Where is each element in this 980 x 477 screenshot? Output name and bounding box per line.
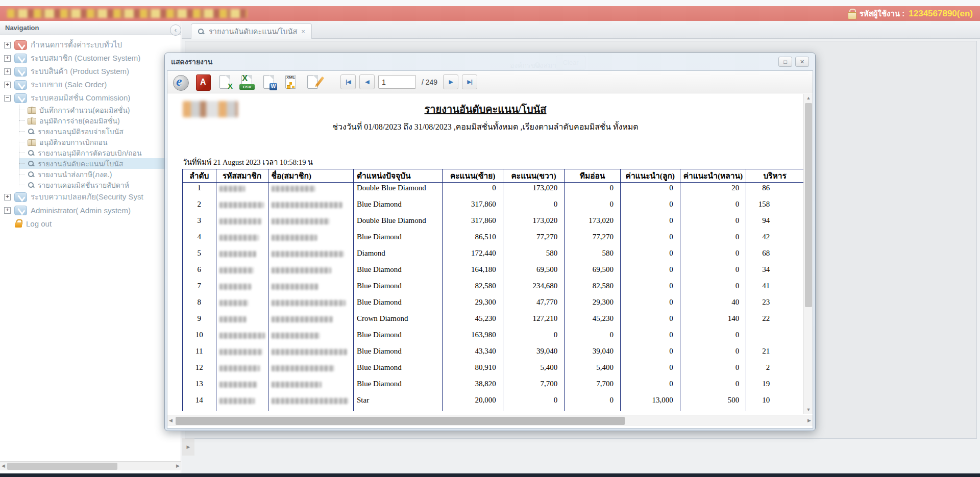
nav-item-0[interactable]: +กำหนดการตั้งค่าระบบทั่วไป [4, 38, 181, 52]
export-excel-button[interactable]: X [216, 74, 234, 90]
expander-toggle-icon[interactable]: − [4, 95, 11, 102]
redaction-blob [219, 218, 261, 224]
export-xml-button[interactable]: XML [282, 74, 300, 90]
report-vertical-scrollbar[interactable]: ▲ ▼ [803, 94, 813, 414]
expander-toggle-icon[interactable]: + [4, 42, 11, 48]
redaction-blob [219, 186, 245, 192]
nav-item-label: กำหนดการตั้งค่าระบบทั่วไป [31, 39, 122, 51]
next-page-button[interactable]: ▶ [443, 74, 458, 89]
maximize-icon[interactable]: □ [778, 57, 792, 67]
value-cell-2: 5,400 [564, 362, 620, 379]
scroll-left-icon[interactable]: ◀ [2, 463, 5, 468]
management-cell [746, 330, 803, 346]
nav-subitem-3[interactable]: อนุมัติรอบการเบิกถอน [19, 137, 181, 147]
nav-subitem-2[interactable]: รายงานอนุมัติรอบจ่ายโบนัส [19, 126, 181, 137]
export-pdf-button[interactable] [194, 74, 212, 90]
scroll-left-icon[interactable]: ◀ [169, 418, 173, 423]
rank-cell: 8 [182, 297, 216, 313]
redaction-blob [219, 333, 265, 339]
nav-subitem-label: รายงานคอมมิสชั่นรายสัปดาห์ [38, 180, 129, 191]
nav-item-1[interactable]: +ระบบสมาชิก (Customer System) [4, 52, 181, 65]
csv-x-glyph: X [242, 73, 248, 84]
redaction-blob [272, 284, 318, 290]
value-cell-4: 0 [680, 232, 746, 248]
content-scroll-stub[interactable]: ▶ [182, 438, 194, 456]
hscrollbar-thumb[interactable] [176, 417, 625, 425]
rank-cell: 11 [182, 346, 216, 362]
value-cell-3: 0 [620, 232, 680, 248]
position-cell: Star [353, 395, 442, 411]
value-cell-3: 0 [620, 215, 680, 232]
value-cell-3: 0 [620, 379, 680, 395]
report-toolbar: XXCSVWXML |◀ ◀ / 249 ▶ ▶| [167, 71, 813, 93]
search-icon [28, 160, 35, 167]
collapse-nav-button[interactable]: ‹ [170, 24, 181, 36]
redaction-blob [272, 251, 344, 257]
management-value: 86 [749, 184, 770, 192]
tab-report-ranking[interactable]: รายงานอันดับคะแนน/โบนัส × [191, 23, 312, 39]
management-value: 21 [749, 347, 770, 356]
first-page-button[interactable]: |◀ [340, 74, 356, 89]
value-cell-3: 0 [620, 264, 680, 281]
print-preview-button[interactable] [173, 74, 190, 90]
nav-item-7[interactable]: +Log out [4, 217, 181, 230]
word-w-glyph: W [270, 83, 277, 90]
nav-subitem-label: บันทึกการคำนวน(คอมมิสชั่น) [39, 105, 130, 116]
module-icon [14, 54, 27, 63]
nav-horizontal-scrollbar[interactable]: ◀ ▶ [0, 461, 181, 470]
export-word-button[interactable]: W [260, 74, 278, 90]
close-icon[interactable]: ✕ [795, 57, 809, 67]
value-cell-4: 0 [680, 199, 746, 215]
expander-toggle-icon[interactable]: + [4, 68, 11, 75]
expander-toggle-icon[interactable]: + [4, 82, 11, 88]
management-cell: 34 [746, 264, 803, 281]
value-cell-3: 13,000 [620, 395, 680, 411]
report-viewer-window: แสดงรายงาน □ ✕ XXCSVWXML |◀ ◀ / 249 ▶ ▶|… [164, 53, 816, 431]
prev-page-button[interactable]: ◀ [359, 74, 375, 89]
window-titlebar[interactable]: แสดงรายงาน □ ✕ [165, 53, 815, 70]
nav-subitem-label: รายงานอนุมัติรอบจ่ายโบนัส [38, 126, 124, 137]
vscrollbar-thumb[interactable] [805, 103, 812, 307]
scroll-right-icon[interactable]: ▶ [807, 418, 811, 423]
last-page-button[interactable]: ▶| [462, 74, 477, 89]
nav-item-6[interactable]: +Administrator( Admin system) [4, 204, 181, 217]
edit-report-button[interactable] [304, 74, 322, 90]
nav-subitem-7[interactable]: รายงานคอมมิสชั่นรายสัปดาห์ [19, 180, 181, 190]
scroll-up-icon[interactable]: ▲ [804, 95, 813, 101]
management-cell: 2 [746, 362, 803, 379]
redaction-blob [219, 300, 249, 306]
value-cell-0: 317,860 [442, 215, 502, 232]
value-cell-2: 69,500 [564, 264, 620, 281]
management-cell: 94 [746, 215, 803, 232]
page-number-input[interactable] [378, 75, 416, 89]
module-icon [14, 67, 27, 77]
nav-scrollbar-thumb[interactable] [7, 463, 117, 470]
expander-toggle-icon[interactable]: + [4, 207, 11, 214]
nav-item-3[interactable]: +ระบบขาย (Sale Order) [4, 78, 181, 91]
nav-item-4[interactable]: −ระบบคอมมิสชั่น Commission) [4, 91, 181, 105]
nav-subitem-5[interactable]: รายงานอันดับคะแนน/โบนัส [19, 158, 181, 169]
nav-subitem-0[interactable]: บันทึกการคำนวน(คอมมิสชั่น) [19, 105, 181, 115]
nav-item-label: ระบบสมาชิก (Customer System) [31, 52, 140, 64]
member-name-redacted [268, 264, 353, 281]
column-header-6: ทีมอ่อน [564, 169, 620, 183]
expander-toggle-icon[interactable]: + [4, 194, 11, 200]
expander-toggle-icon[interactable]: + [4, 55, 11, 62]
scroll-right-icon[interactable]: ▶ [176, 463, 180, 468]
book-icon [28, 117, 36, 124]
nav-item-2[interactable]: +ระบบสินค้า (Product System) [4, 65, 181, 78]
scroll-down-icon[interactable]: ▼ [804, 407, 813, 412]
position-cell: Diamond [353, 248, 442, 264]
report-horizontal-scrollbar[interactable]: ◀ ▶ [167, 415, 813, 426]
member-code-redacted [216, 281, 268, 297]
management-value: 42 [749, 233, 770, 241]
export-csv-button[interactable]: XCSV [238, 74, 256, 90]
nav-item-5[interactable]: +ระบบความปลอดภัย(Security Syst [4, 190, 181, 204]
nav-subitem-6[interactable]: รายงานนำส่งภาษี(ภงด.) [19, 169, 181, 180]
column-header-8: ค่าแนะนำ(หลาน) [680, 169, 746, 183]
value-cell-3: 0 [620, 183, 680, 199]
nav-subitem-1[interactable]: อนุมัติการจ่าย(คอมมิสชั่น) [19, 115, 181, 126]
tab-close-icon[interactable]: × [301, 28, 305, 35]
rank-cell: 14 [182, 395, 216, 411]
nav-subitem-4[interactable]: รายงานอนุมัติการตัดรอบเบิก/ถอน [19, 147, 181, 158]
